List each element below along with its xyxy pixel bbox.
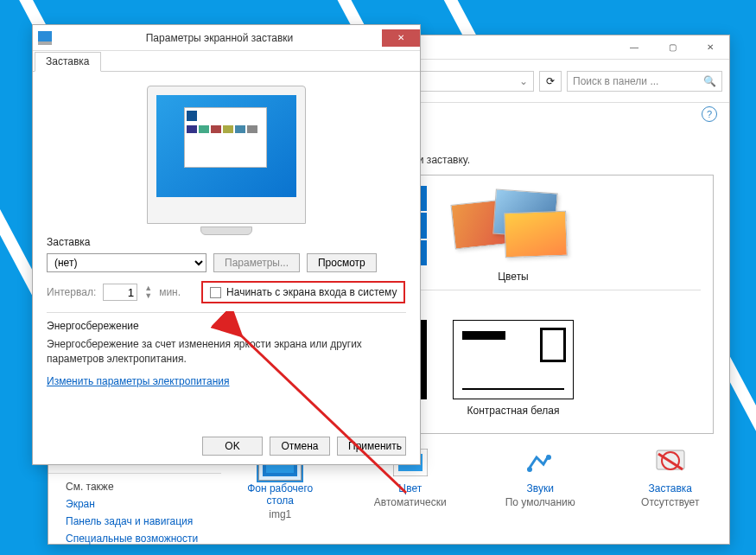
sidebar-item-accessibility[interactable]: Специальные возможности	[66, 533, 211, 545]
window-icon	[38, 31, 52, 45]
screensaver-select[interactable]: (нет)	[47, 253, 206, 272]
tile-sounds[interactable]: Звуки По умолчанию	[497, 444, 584, 520]
sidebar-item-display[interactable]: Экран	[66, 498, 211, 510]
energy-text: Энергосбережение за счет изменения яркос…	[47, 337, 406, 367]
preview-monitor	[47, 86, 406, 224]
tile-screensaver[interactable]: Заставка Отсутствует	[627, 444, 715, 520]
settings-button[interactable]: Параметры...	[213, 253, 300, 272]
power-settings-link[interactable]: Изменить параметры электропитания	[47, 375, 229, 387]
tile-title: Звуки	[527, 482, 554, 494]
help-icon[interactable]: ?	[702, 106, 717, 122]
minimize-button[interactable]: —	[615, 39, 653, 56]
theme-label: Цветы	[498, 271, 529, 283]
svg-point-4	[527, 467, 532, 472]
theme-label: Контрастная белая	[467, 405, 560, 417]
close-button[interactable]: ✕	[382, 29, 420, 47]
tile-sub: Автоматически	[374, 496, 447, 508]
screensaver-dialog: Параметры экранной заставки ✕ Заставка З…	[32, 24, 421, 465]
screensaver-label: Заставка	[47, 236, 406, 248]
sounds-icon	[518, 444, 562, 481]
search-placeholder: Поиск в панели ...	[573, 75, 658, 87]
ok-button[interactable]: OK	[202, 437, 263, 456]
interval-label: Интервал:	[47, 286, 96, 298]
close-button[interactable]: ✕	[691, 39, 729, 56]
search-input[interactable]: Поиск в панели ... 🔍	[567, 71, 722, 92]
window-title: Параметры экранной заставки	[57, 32, 382, 44]
tile-sub: img1	[269, 508, 291, 520]
svg-rect-10	[38, 41, 52, 45]
screensaver-icon	[649, 444, 692, 481]
interval-unit: мин.	[159, 286, 181, 298]
theme-tile-flowers[interactable]: Цветы	[457, 186, 569, 283]
sidebar-item-taskbar[interactable]: Панель задач и навигация	[66, 515, 211, 527]
tile-sub: По умолчанию	[505, 496, 575, 508]
interval-spinner[interactable]	[103, 284, 137, 301]
refresh-button[interactable]: ⟳	[539, 71, 562, 92]
tile-title: Цвет	[398, 482, 422, 494]
highlight-box: Начинать с экрана входа в систему	[201, 281, 405, 303]
maximize-button[interactable]: ▢	[653, 39, 691, 56]
svg-point-5	[546, 455, 551, 460]
svg-rect-9	[38, 31, 52, 41]
energy-heading: Энергосбережение	[47, 320, 406, 332]
tile-sub: Отсутствует	[641, 496, 699, 508]
apply-button[interactable]: Применить	[337, 437, 406, 456]
preview-button[interactable]: Просмотр	[307, 253, 377, 272]
titlebar: Параметры экранной заставки ✕	[33, 25, 420, 51]
tile-title: Заставка	[648, 482, 692, 494]
theme-tile-hc-white[interactable]: Контрастная белая	[457, 320, 569, 417]
cancel-button[interactable]: Отмена	[270, 437, 330, 456]
tile-title: Фон рабочего стола	[237, 482, 324, 507]
search-icon: 🔍	[703, 75, 716, 87]
tab-screensaver[interactable]: Заставка	[35, 52, 101, 72]
checkbox-label: Начинать с экрана входа в систему	[226, 286, 397, 298]
see-also-heading: См. также	[66, 481, 211, 493]
on-resume-checkbox[interactable]	[210, 287, 221, 298]
